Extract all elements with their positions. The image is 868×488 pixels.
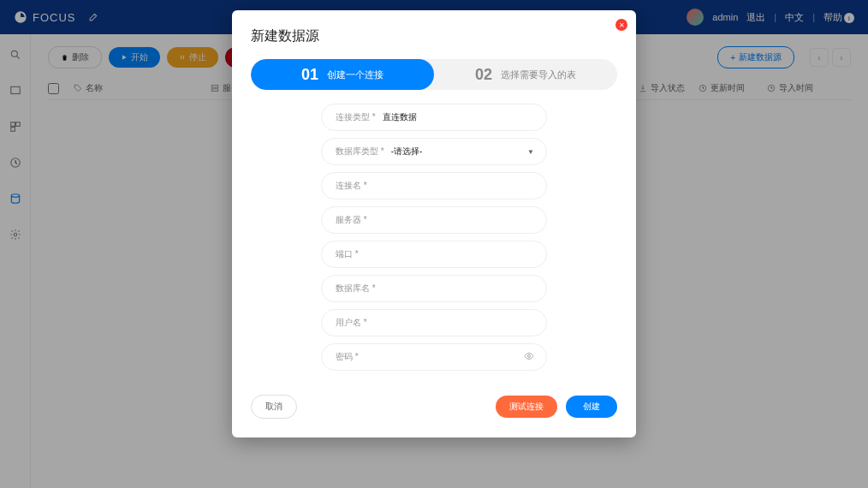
cancel-button[interactable]: 取消 [251, 395, 297, 419]
username-field[interactable]: 用户名 * [321, 309, 547, 336]
modal-footer: 取消 测试连接 创建 [251, 395, 617, 419]
dbname-input[interactable] [383, 284, 532, 294]
connection-form: 连接类型 * 直连数据 数据库类型 * -请选择- ▼ 连接名 * 服务器 * … [251, 104, 617, 371]
port-input[interactable] [366, 250, 532, 259]
server-input[interactable] [374, 216, 532, 225]
db-type-field[interactable]: 数据库类型 * -请选择- ▼ [321, 138, 547, 165]
dbname-field[interactable]: 数据库名 * [321, 275, 547, 302]
username-input[interactable] [374, 318, 532, 328]
server-field[interactable]: 服务器 * [321, 206, 547, 234]
new-datasource-modal: ✕ 新建数据源 01 创建一个连接 02 选择需要导入的表 连接类型 * 直连数… [232, 10, 636, 437]
password-field[interactable]: 密码 * [321, 343, 547, 371]
step-2[interactable]: 02 选择需要导入的表 [434, 59, 617, 90]
create-button[interactable]: 创建 [566, 396, 617, 418]
port-field[interactable]: 端口 * [321, 241, 547, 268]
eye-icon[interactable] [524, 351, 534, 363]
conn-name-field[interactable]: 连接名 * [321, 172, 547, 199]
svg-point-13 [528, 355, 531, 358]
test-connection-button[interactable]: 测试连接 [496, 396, 557, 418]
conn-name-input[interactable] [374, 182, 532, 191]
step-indicator: 01 创建一个连接 02 选择需要导入的表 [251, 59, 617, 90]
close-icon[interactable]: ✕ [615, 19, 627, 31]
password-input[interactable] [366, 353, 532, 362]
modal-title: 新建数据源 [251, 27, 617, 45]
conn-type-field[interactable]: 连接类型 * 直连数据 [321, 104, 547, 131]
chevron-down-icon: ▼ [527, 148, 534, 156]
step-1[interactable]: 01 创建一个连接 [251, 59, 434, 90]
